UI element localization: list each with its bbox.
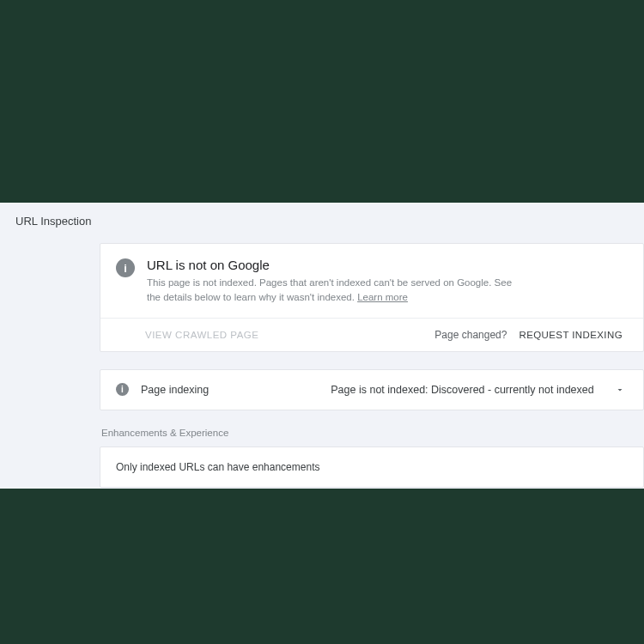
enhancements-section-title: Enhancements & Experience bbox=[101, 428, 644, 438]
status-card: i URL is not on Google This page is not … bbox=[100, 243, 644, 352]
action-row: VIEW CRAWLED PAGE Page changed? REQUEST … bbox=[100, 318, 643, 351]
status-description-text: This page is not indexed. Pages that are… bbox=[147, 277, 512, 302]
status-header: i URL is not on Google This page is not … bbox=[100, 244, 643, 318]
info-icon: i bbox=[116, 258, 135, 277]
page-changed-label: Page changed? bbox=[434, 329, 507, 341]
status-title: URL is not on Google bbox=[147, 258, 628, 272]
info-icon: i bbox=[116, 383, 129, 396]
enhancements-message: Only indexed URLs can have enhancements bbox=[116, 461, 319, 473]
page-indexing-row[interactable]: i Page indexing Page is not indexed: Dis… bbox=[100, 369, 644, 410]
view-crawled-page-button: VIEW CRAWLED PAGE bbox=[145, 330, 258, 340]
page-indexing-status: Page is not indexed: Discovered - curren… bbox=[313, 384, 612, 396]
chevron-down-icon bbox=[612, 382, 628, 398]
enhancements-card: Only indexed URLs can have enhancements bbox=[100, 447, 644, 488]
request-indexing-button[interactable]: REQUEST INDEXING bbox=[519, 330, 623, 340]
main-panel: i URL is not on Google This page is not … bbox=[100, 243, 644, 488]
content-area: URL Inspection i URL is not on Google Th… bbox=[0, 203, 644, 489]
page-indexing-label: Page indexing bbox=[141, 384, 313, 396]
page-title: URL Inspection bbox=[0, 203, 644, 234]
learn-more-link[interactable]: Learn more bbox=[357, 292, 408, 302]
status-text: URL is not on Google This page is not in… bbox=[147, 258, 628, 306]
status-description: This page is not indexed. Pages that are… bbox=[147, 276, 525, 306]
